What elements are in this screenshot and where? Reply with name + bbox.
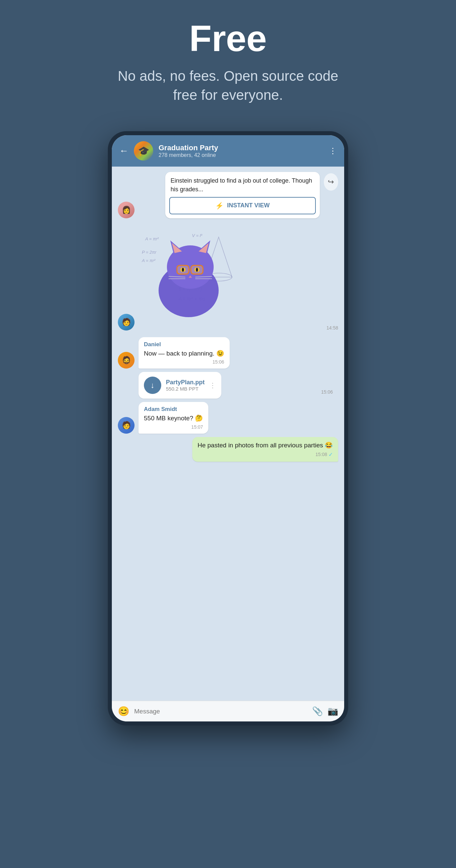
phone-inner: ← 🎓 Graduation Party 278 members, 42 onl…: [112, 135, 344, 721]
article-bubble: Einstein struggled to find a job out of …: [165, 172, 320, 218]
attach-button[interactable]: 📎: [312, 706, 323, 716]
chat-header: ← 🎓 Graduation Party 278 members, 42 onl…: [112, 135, 344, 166]
back-button[interactable]: ←: [119, 146, 128, 156]
bolt-icon: ⚡: [215, 202, 224, 210]
math-background: A = πr² V = l³ P = 2πr A = πr² s = √(r²+…: [139, 225, 239, 325]
file-message-row: ↓ PartyPlan.ppt 550.2 MB PPT ⋮ 15:06: [118, 372, 338, 399]
adam-message-row: 🧑 Adam Smidt 550 MB keynote? 🤔 15:07: [118, 402, 338, 434]
article-text: Einstein struggled to find a job out of …: [165, 172, 320, 197]
camera-button[interactable]: 📷: [328, 706, 338, 716]
daniel-bubble: Daniel Now — back to planning. 😉 15:06: [139, 337, 230, 369]
phone-frame: ← 🎓 Graduation Party 278 members, 42 onl…: [108, 131, 348, 725]
page-wrapper: Free No ads, no fees. Open source code f…: [94, 20, 362, 725]
daniel-text: Now — back to planning. 😉: [144, 349, 224, 358]
self-message-row: He pasted in photos from all previous pa…: [118, 437, 338, 462]
daniel-message-row: 🧔 Daniel Now — back to planning. 😉 15:06: [118, 337, 338, 369]
self-bubble: He pasted in photos from all previous pa…: [192, 437, 338, 462]
adam-bubble: Adam Smidt 550 MB keynote? 🤔 15:07: [139, 402, 208, 434]
user-avatar-hooded: 🧑: [118, 314, 134, 331]
forward-button[interactable]: ↪: [324, 173, 338, 191]
user-avatar-adam: 🧑: [118, 417, 134, 434]
group-info: Graduation Party 278 members, 42 online: [158, 144, 324, 158]
svg-point-19: [182, 268, 184, 272]
file-menu-button[interactable]: ⋮: [209, 381, 216, 389]
file-bubble: ↓ PartyPlan.ppt 550.2 MB PPT ⋮ 15:06: [139, 372, 221, 399]
file-time: 15:06: [321, 389, 333, 395]
message-input[interactable]: [134, 708, 307, 715]
svg-text:P = 2πr: P = 2πr: [142, 250, 157, 255]
chat-input-bar: 😊 📎 📷: [112, 701, 344, 721]
sticker-container: A = πr² V = l³ P = 2πr A = πr² s = √(r²+…: [139, 225, 338, 331]
file-info: PartyPlan.ppt 550.2 MB PPT: [166, 379, 205, 392]
adam-sender: Adam Smidt: [144, 406, 203, 413]
article-message-row: 👩 Einstein struggled to find a job out o…: [118, 172, 338, 218]
group-name: Graduation Party: [158, 144, 324, 152]
svg-point-20: [196, 268, 198, 272]
file-name: PartyPlan.ppt: [166, 379, 205, 386]
file-size: 550.2 MB PPT: [166, 386, 205, 392]
user-avatar-daniel: 🧔: [118, 352, 134, 369]
group-avatar: 🎓: [134, 141, 153, 161]
hero-title: Free: [189, 20, 267, 57]
file-download-button[interactable]: ↓: [144, 377, 161, 394]
svg-text:A = πr²: A = πr²: [142, 258, 156, 263]
daniel-sender: Daniel: [144, 341, 224, 348]
instant-view-label: INSTANT VIEW: [227, 202, 270, 209]
read-check-icon: ✓: [329, 452, 333, 458]
math-sticker: A = πr² V = l³ P = 2πr A = πr² s = √(r²+…: [139, 225, 239, 325]
hero-subtitle: No ads, no fees. Open source code free f…: [115, 67, 341, 104]
svg-text:V = l³: V = l³: [192, 233, 202, 238]
self-time: 15:08 ✓: [197, 452, 333, 458]
self-text: He pasted in photos from all previous pa…: [197, 441, 333, 450]
sticker-time: 14:58: [327, 325, 338, 331]
daniel-time: 15:06: [144, 359, 224, 365]
adam-text: 550 MB keynote? 🤔: [144, 414, 203, 423]
svg-text:A = πr²: A = πr²: [145, 236, 159, 241]
user-avatar-female: 👩: [118, 202, 134, 218]
sticker-row: 🧑 A = πr² V = l³ P = 2πr: [118, 225, 338, 331]
menu-button[interactable]: ⋮: [329, 146, 337, 156]
emoji-button[interactable]: 😊: [118, 706, 129, 717]
instant-view-button[interactable]: ⚡ INSTANT VIEW: [169, 197, 316, 214]
group-members: 278 members, 42 online: [158, 152, 324, 158]
chat-body: 👩 Einstein struggled to find a job out o…: [112, 166, 344, 701]
adam-time: 15:07: [144, 424, 203, 430]
